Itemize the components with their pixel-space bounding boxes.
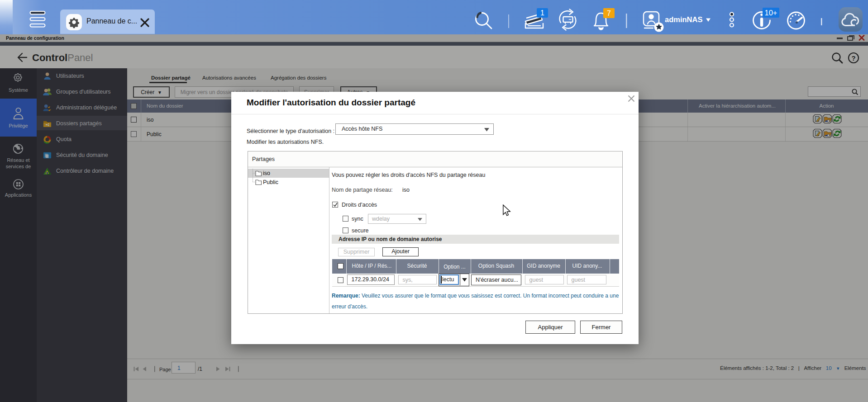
svg-text:1: 1 xyxy=(540,9,544,17)
svg-text:7: 7 xyxy=(607,9,611,17)
svg-text:adminNAS: adminNAS xyxy=(665,15,702,24)
svg-text:10+: 10+ xyxy=(765,9,777,17)
